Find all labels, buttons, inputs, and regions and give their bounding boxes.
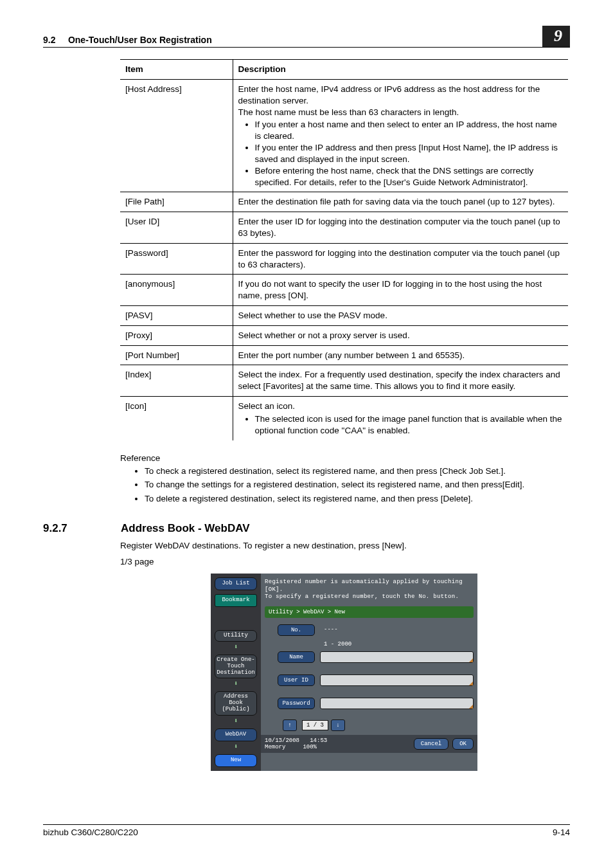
new-button[interactable]: New [215,754,257,767]
cancel-button[interactable]: Cancel [414,738,449,750]
sidebar-item[interactable]: Utility [215,630,257,642]
chapter-badge: 9 [542,26,570,47]
no-range: 1 - 2000 [278,641,474,651]
ok-button[interactable]: OK [452,738,474,750]
list-item: To check a registered destination, selec… [145,464,568,478]
table-row: [File Path]Enter the destination file pa… [120,192,568,212]
joblist-button[interactable]: Job List [215,577,257,590]
name-field[interactable] [320,651,474,663]
userid-field[interactable] [320,674,474,686]
footer-date: 10/13/2008 14:53 Memory 100% [265,737,327,750]
table-row: [Proxy]Select whether or not a proxy ser… [120,325,568,345]
arrow-down-icon: ↓ [336,722,339,728]
settings-table: Item Description [Host Address] Enter th… [120,59,568,440]
chevron-down-icon: ⬇ [211,717,261,725]
hint-text: Registered number is automatically appli… [261,574,477,606]
table-head-item: Item [120,60,233,80]
no-value: ---- [320,624,371,636]
section-para: Register WebDAV destinations. To registe… [120,540,568,552]
page-indicator: 1 / 3 [302,720,328,730]
footer-page: 9-14 [553,827,570,837]
header-section-num: 9.2 [43,35,55,45]
sidebar-item[interactable]: Address Book (Public) [215,691,257,716]
table-row: [Port Number]Enter the port number (any … [120,345,568,365]
page-up-button[interactable]: ↑ [283,719,297,731]
footer-model: bizhub C360/C280/C220 [43,827,138,837]
section-title: Address Book - WebDAV [121,522,250,535]
header-section-title: One-Touch/User Box Registration [68,35,212,45]
reference-title: Reference [120,453,568,463]
breadcrumb: Utility > WebDAV > New [265,606,474,618]
list-item: To change the settings for a registered … [145,478,568,492]
list-item: To delete a registered destination, sele… [145,492,568,506]
chevron-down-icon: ⬇ [211,680,261,687]
page-down-button[interactable]: ↓ [331,719,345,731]
bookmark-button[interactable]: Bookmark [215,594,257,607]
table-row: [anonymous]If you do not want to specify… [120,275,568,306]
no-button[interactable]: No. [278,624,315,636]
table-row: [Index]Select the index. For a frequentl… [120,365,568,397]
page-header: 9.2 One-Touch/User Box Registration 9 [43,26,570,48]
name-label: Name [278,651,315,663]
table-row: [Icon] Select an icon. The selected icon… [120,397,568,440]
password-label: Password [278,698,315,709]
page-footer: bizhub C360/C280/C220 9-14 [43,824,570,837]
table-head-desc: Description [233,60,568,80]
userid-label: User ID [278,674,315,686]
chevron-down-icon: ⬇ [211,643,261,651]
sidebar-item[interactable]: WebDAV [215,728,257,741]
password-field[interactable] [320,698,474,709]
table-row: [User ID]Enter the user ID for logging i… [120,212,568,244]
sidebar-item[interactable]: Create One-Touch Destination [215,655,257,679]
table-row: [Host Address] Enter the host name, IPv4… [120,80,568,192]
reference-list: To check a registered destination, selec… [120,464,568,506]
arrow-up-icon: ↑ [288,722,291,728]
chevron-down-icon: ⬇ [211,743,261,750]
section-number: 9.2.7 [43,522,121,535]
table-row: [Password]Enter the password for logging… [120,243,568,275]
touch-panel-screenshot: Job List Bookmark Utility ⬇ Create One-T… [211,574,477,771]
page-note: 1/3 page [120,556,568,568]
table-row: [PASV]Select whether to use the PASV mod… [120,306,568,326]
